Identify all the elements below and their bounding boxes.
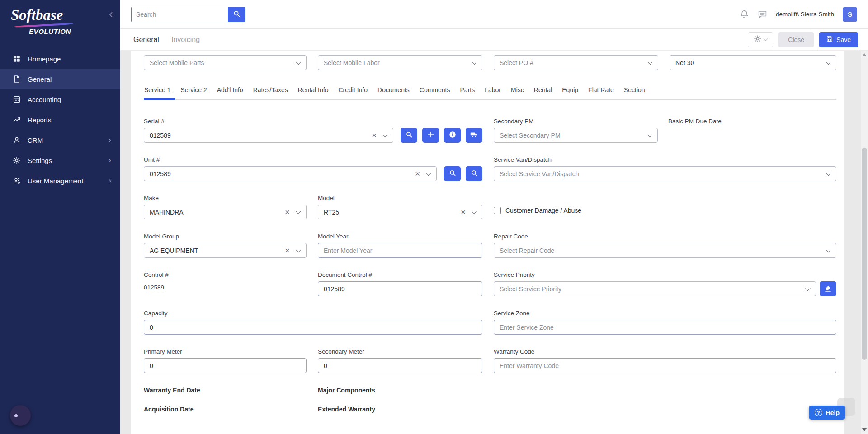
form-tab-flat-rate[interactable]: Flat Rate (583, 86, 619, 99)
service-priority-clear-button[interactable] (820, 281, 836, 296)
eraser-icon (824, 285, 832, 294)
collapse-sidebar-icon[interactable]: ‹ (105, 7, 117, 21)
service-priority-select[interactable]: Select Service Priority (494, 281, 816, 296)
unit-combo[interactable]: 012589 × (144, 166, 437, 181)
customer-damage-checkbox[interactable] (494, 207, 501, 214)
po-number-select[interactable]: Select PO # (494, 55, 658, 70)
sidebar-item-label: User Management (28, 177, 83, 185)
chevron-down-icon (296, 247, 301, 252)
tab-general[interactable]: General (133, 36, 159, 44)
primary-meter-input[interactable] (144, 358, 307, 373)
tab-invoicing[interactable]: Invoicing (171, 36, 200, 44)
form-tab-section[interactable]: Section (619, 86, 650, 99)
vertical-scrollbar[interactable] (861, 51, 868, 434)
repair-code-select[interactable]: Select Repair Code (494, 243, 836, 258)
document-control-input[interactable] (318, 281, 482, 296)
model-group-combo[interactable]: AG EQUIPMENT × (144, 243, 307, 258)
close-button[interactable]: Close (778, 32, 814, 47)
scrollbar-thumb[interactable] (862, 148, 867, 360)
form-tab-rates-taxes[interactable]: Rates/Taxes (248, 86, 293, 99)
sidebar-item-user-management[interactable]: User Management › (0, 171, 120, 191)
clear-icon[interactable]: × (415, 169, 420, 177)
sidebar-item-reports[interactable]: Reports (0, 110, 120, 130)
secondary-meter-input[interactable] (318, 358, 482, 373)
repair-code-field-group: Repair Code Select Repair Code (494, 233, 836, 258)
secondary-pm-area: Secondary PM Select Secondary PM Basic P… (494, 118, 836, 143)
current-user-name: demolift\ Sierra Smith (776, 11, 834, 18)
clear-icon[interactable]: × (285, 246, 290, 254)
form-tab-rental[interactable]: Rental (529, 86, 557, 99)
form-tab-rental-info[interactable]: Rental Info (293, 86, 334, 99)
unit-lookup-button[interactable] (466, 166, 482, 181)
document-control-group: Document Control # (318, 271, 482, 296)
topbar: demolift\ Sierra Smith S (120, 0, 868, 29)
serial-dispatch-button[interactable] (466, 128, 482, 143)
form-tab-parts[interactable]: Parts (455, 86, 480, 99)
mobile-labor-select[interactable]: Select Mobile Labor (318, 55, 482, 70)
serial-add-button[interactable] (422, 128, 439, 143)
clear-icon[interactable]: × (372, 131, 377, 139)
global-search (131, 7, 245, 22)
model-year-input[interactable] (318, 243, 482, 258)
form-tab-service-2[interactable]: Service 2 (175, 86, 212, 99)
document-icon (12, 75, 21, 84)
sidebar: Softbase EVOLUTION ‹ Homepage General (0, 0, 120, 434)
sidebar-item-homepage[interactable]: Homepage (0, 49, 120, 69)
po-number-select-value: Select PO # (500, 59, 533, 66)
avatar[interactable]: S (843, 7, 857, 22)
scroll-up-arrow-icon[interactable] (862, 53, 867, 56)
notifications-bell-icon[interactable] (740, 9, 749, 19)
form-tab-comments[interactable]: Comments (415, 86, 455, 99)
help-button[interactable]: ? Help (809, 406, 845, 420)
serial-search-button[interactable] (401, 128, 417, 143)
sidebar-item-crm[interactable]: CRM › (0, 130, 120, 150)
primary-meter-label: Primary Meter (144, 348, 307, 355)
sidebar-item-general[interactable]: General (0, 69, 120, 89)
extended-warranty-label: Extended Warranty (318, 406, 482, 413)
sidebar-item-settings[interactable]: Settings › (0, 150, 120, 171)
unit-label: Unit # (144, 156, 482, 163)
form-tab-service-1[interactable]: Service 1 (144, 86, 175, 99)
mobile-parts-select[interactable]: Select Mobile Parts (144, 55, 307, 70)
home-grid-icon (12, 55, 21, 63)
capacity-field-group: Capacity (144, 310, 482, 335)
serial-info-button[interactable] (444, 128, 461, 143)
service-priority-value: Select Service Priority (500, 285, 561, 293)
primary-meter-group: Primary Meter (144, 348, 307, 373)
chevron-down-icon (426, 170, 431, 175)
terms-select[interactable]: Net 30 (670, 55, 836, 70)
sidebar-item-accounting[interactable]: Accounting (0, 89, 120, 110)
capacity-input[interactable] (144, 320, 482, 335)
sidebar-item-label: General (28, 75, 52, 83)
chevron-down-icon (826, 59, 830, 64)
search-input[interactable] (131, 7, 228, 22)
secondary-pm-select[interactable]: Select Secondary PM (494, 128, 658, 143)
serial-combo[interactable]: 012589 × (144, 128, 393, 143)
clear-icon[interactable]: × (461, 207, 466, 216)
warranty-code-input[interactable] (494, 358, 836, 373)
form-tab-documents[interactable]: Documents (373, 86, 415, 99)
service-van-value: Select Service Van/Dispatch (500, 170, 579, 177)
make-combo[interactable]: MAHINDRA × (144, 205, 307, 219)
form-tab-addl-info[interactable]: Add'l Info (212, 86, 248, 99)
model-combo[interactable]: RT25 × (318, 205, 482, 219)
form-tab-equip[interactable]: Equip (557, 86, 583, 99)
form-tab-misc[interactable]: Misc (506, 86, 529, 99)
clear-icon[interactable]: × (285, 207, 290, 216)
chat-launcher-button[interactable] (10, 405, 31, 426)
form-tab-labor[interactable]: Labor (480, 86, 506, 99)
sidebar-item-label: Settings (28, 157, 52, 164)
page-settings-button[interactable] (748, 32, 773, 47)
search-button[interactable] (228, 7, 245, 22)
warranty-code-label: Warranty Code (494, 348, 836, 355)
chevron-down-icon (296, 209, 301, 214)
unit-search-button[interactable] (444, 166, 461, 181)
form-tab-credit-info[interactable]: Credit Info (333, 86, 373, 99)
save-button[interactable]: Save (819, 32, 858, 47)
service-van-select[interactable]: Select Service Van/Dispatch (494, 166, 836, 181)
messages-chat-icon[interactable] (758, 9, 767, 19)
secondary-meter-group: Secondary Meter (318, 348, 482, 373)
scroll-down-arrow-icon[interactable] (862, 428, 867, 431)
service-zone-input[interactable] (494, 320, 836, 335)
chevron-down-icon (382, 132, 387, 137)
